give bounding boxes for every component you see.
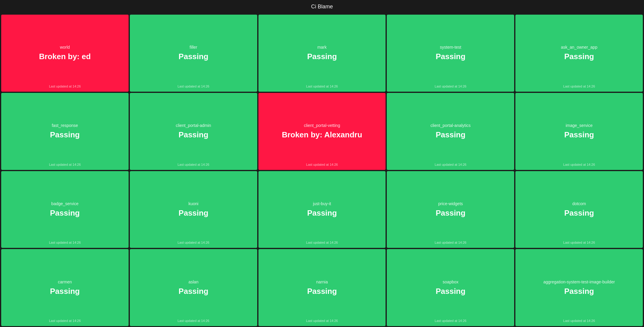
- card-updated-image_service: Last updated at 14:26: [563, 163, 595, 166]
- card-updated-client_portal-analytics: Last updated at 14:26: [435, 163, 466, 166]
- card-soapbox[interactable]: soapboxPassingLast updated at 14:26: [387, 249, 514, 326]
- card-name-just-buy-it: just-buy-it: [313, 201, 331, 206]
- card-status-just-buy-it: Passing: [307, 208, 337, 218]
- card-updated-just-buy-it: Last updated at 14:26: [306, 241, 338, 244]
- card-price-widgets[interactable]: price-widgetsPassingLast updated at 14:2…: [387, 171, 514, 248]
- card-updated-price-widgets: Last updated at 14:26: [435, 241, 466, 244]
- card-carmen[interactable]: carmenPassingLast updated at 14:26: [1, 249, 129, 326]
- card-status-aggregation-system-test-image-builder: Passing: [564, 287, 594, 296]
- card-status-dotcom: Passing: [564, 208, 594, 218]
- card-updated-kuoni: Last updated at 14:26: [178, 241, 209, 244]
- card-name-carmen: carmen: [58, 280, 72, 284]
- card-name-ask_an_owner_app: ask_an_owner_app: [561, 45, 597, 50]
- card-name-fast_response: fast_response: [52, 123, 78, 128]
- card-status-narnia: Passing: [307, 287, 337, 296]
- card-name-image_service: image_service: [566, 123, 592, 128]
- card-status-client_portal-vetting: Broken by: Alexandru: [282, 130, 362, 139]
- card-just-buy-it[interactable]: just-buy-itPassingLast updated at 14:26: [258, 171, 386, 248]
- card-updated-aggregation-system-test-image-builder: Last updated at 14:26: [563, 319, 595, 323]
- card-name-client_portal-analytics: client_portal-analytics: [430, 123, 471, 128]
- card-status-price-widgets: Passing: [436, 208, 466, 218]
- card-client_portal-admin[interactable]: client_portal-adminPassingLast updated a…: [130, 93, 257, 170]
- card-updated-dotcom: Last updated at 14:26: [563, 241, 595, 244]
- card-updated-soapbox: Last updated at 14:26: [435, 319, 466, 323]
- card-world[interactable]: worldBroken by: edLast updated at 14:26: [1, 15, 129, 92]
- card-aggregation-system-test-image-builder[interactable]: aggregation-system-test-image-builderPas…: [515, 249, 643, 326]
- card-aslan[interactable]: aslanPassingLast updated at 14:26: [130, 249, 257, 326]
- card-updated-narnia: Last updated at 14:26: [306, 319, 338, 323]
- card-name-price-widgets: price-widgets: [438, 201, 463, 206]
- card-mark[interactable]: markPassingLast updated at 14:26: [258, 15, 386, 92]
- card-name-system-test: system-test: [440, 45, 461, 50]
- page-title: Ci Blame: [0, 0, 644, 13]
- card-name-client_portal-admin: client_portal-admin: [176, 123, 211, 128]
- card-status-image_service: Passing: [564, 130, 594, 139]
- card-narnia[interactable]: narniaPassingLast updated at 14:26: [258, 249, 386, 326]
- card-updated-mark: Last updated at 14:26: [306, 85, 338, 88]
- card-updated-client_portal-admin: Last updated at 14:26: [178, 163, 209, 166]
- card-name-badge_service: badge_service: [51, 201, 78, 206]
- card-name-world: world: [60, 45, 70, 50]
- card-status-filler: Passing: [178, 52, 208, 61]
- card-status-ask_an_owner_app: Passing: [564, 52, 594, 61]
- card-updated-system-test: Last updated at 14:26: [435, 85, 466, 88]
- ci-blame-grid: worldBroken by: edLast updated at 14:26f…: [0, 13, 644, 327]
- card-system-test[interactable]: system-testPassingLast updated at 14:26: [387, 15, 514, 92]
- card-status-system-test: Passing: [436, 52, 466, 61]
- card-name-mark: mark: [317, 45, 326, 50]
- card-name-soapbox: soapbox: [443, 280, 458, 284]
- card-name-filler: filler: [189, 45, 197, 50]
- card-updated-filler: Last updated at 14:26: [178, 85, 209, 88]
- card-client_portal-vetting[interactable]: client_portal-vettingBroken by: Alexandr…: [258, 93, 386, 170]
- card-name-dotcom: dotcom: [572, 201, 586, 206]
- card-status-badge_service: Passing: [50, 208, 80, 218]
- card-name-narnia: narnia: [316, 280, 328, 284]
- card-client_portal-analytics[interactable]: client_portal-analyticsPassingLast updat…: [387, 93, 514, 170]
- card-updated-fast_response: Last updated at 14:26: [49, 163, 81, 166]
- card-kuoni[interactable]: kuoniPassingLast updated at 14:26: [130, 171, 257, 248]
- card-fast_response[interactable]: fast_responsePassingLast updated at 14:2…: [1, 93, 129, 170]
- card-status-kuoni: Passing: [178, 208, 208, 218]
- card-status-world: Broken by: ed: [39, 52, 91, 61]
- card-badge_service[interactable]: badge_servicePassingLast updated at 14:2…: [1, 171, 129, 248]
- card-updated-ask_an_owner_app: Last updated at 14:26: [563, 85, 595, 88]
- card-updated-aslan: Last updated at 14:26: [178, 319, 209, 323]
- card-filler[interactable]: fillerPassingLast updated at 14:26: [130, 15, 257, 92]
- card-image_service[interactable]: image_servicePassingLast updated at 14:2…: [515, 93, 643, 170]
- card-dotcom[interactable]: dotcomPassingLast updated at 14:26: [515, 171, 643, 248]
- card-name-aggregation-system-test-image-builder: aggregation-system-test-image-builder: [543, 280, 615, 284]
- card-updated-carmen: Last updated at 14:26: [49, 319, 81, 323]
- card-updated-badge_service: Last updated at 14:26: [49, 241, 81, 244]
- card-updated-client_portal-vetting: Last updated at 14:26: [306, 163, 338, 166]
- card-updated-world: Last updated at 14:26: [49, 85, 81, 88]
- card-status-carmen: Passing: [50, 287, 80, 296]
- card-name-kuoni: kuoni: [188, 201, 198, 206]
- card-name-aslan: aslan: [188, 280, 198, 284]
- card-ask_an_owner_app[interactable]: ask_an_owner_appPassingLast updated at 1…: [515, 15, 643, 92]
- card-status-aslan: Passing: [178, 287, 208, 296]
- card-status-client_portal-analytics: Passing: [436, 130, 466, 139]
- card-status-fast_response: Passing: [50, 130, 80, 139]
- card-status-client_portal-admin: Passing: [178, 130, 208, 139]
- card-status-soapbox: Passing: [436, 287, 466, 296]
- card-name-client_portal-vetting: client_portal-vetting: [304, 123, 340, 128]
- card-status-mark: Passing: [307, 52, 337, 61]
